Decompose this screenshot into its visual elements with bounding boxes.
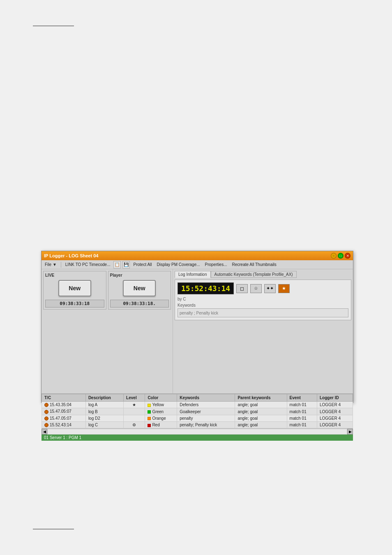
link-to-pc-button[interactable]: LINK TO PC Timecode... (64, 262, 112, 267)
cell-color: Red (145, 422, 177, 428)
window-title: IP Logger - LOG Sheet 04 (44, 253, 98, 258)
player-timecode: 09:38:33:18. (110, 300, 169, 308)
title-bar: IP Logger - LOG Sheet 04 − □ ✕ (42, 251, 353, 260)
cell-color: Yellow (145, 402, 177, 408)
cell-event: match 01 (287, 402, 317, 408)
toolbar-icon-copy[interactable]: 📋 (113, 261, 121, 268)
window-controls: − □ ✕ (331, 253, 350, 259)
scrollbar-track[interactable] (47, 429, 347, 435)
scroll-right-button[interactable]: ▶ (347, 429, 353, 435)
table-row[interactable]: 15.47.05:07 log D2 Orange penalty angle;… (42, 415, 353, 421)
cell-color: Orange (145, 415, 177, 421)
log-timecode: 15:52:43:14 (178, 282, 234, 294)
file-menu[interactable]: File ▼ (43, 262, 58, 267)
maximize-button[interactable]: □ (338, 253, 344, 259)
keywords-label: Keywords (178, 303, 348, 308)
table-row[interactable]: 15.43.35:04 log A ★ Yellow Defenders ang… (42, 402, 353, 408)
toolbar: File ▼ LINK TO PC Timecode... 📋 💾 Protec… (42, 260, 353, 269)
col-header-level: Level (124, 394, 145, 402)
status-bar: 01 Server 1 : PGM 1 (42, 434, 353, 441)
log-table: T/C Description Level Color Keywords Par… (42, 394, 353, 428)
cell-tc: 15.47.05:07 (42, 408, 86, 415)
cell-logger-id: LOGGER 4 (317, 415, 353, 421)
top-decorative-line (33, 25, 74, 26)
player-new-button[interactable]: New (123, 280, 156, 296)
cell-level (124, 408, 145, 415)
cell-tc: 15.43.35:04 (42, 402, 86, 408)
timecode-icon-btn-1[interactable]: ◻ (236, 284, 248, 293)
col-header-desc: Description (85, 394, 123, 402)
cell-parent-keywords: angle; goal (235, 408, 287, 415)
cell-keywords: Goalkeeper (177, 408, 235, 415)
live-player-row: LIVE New 09:38:33:18 Player New 09:38:33… (43, 271, 171, 310)
cell-keywords: penalty (177, 415, 235, 421)
live-label: LIVE (45, 273, 104, 278)
live-timecode: 09:38:33:18 (45, 300, 104, 308)
col-header-color: Color (145, 394, 177, 402)
recreate-thumbnails-button[interactable]: Recreate All Thumbnails (230, 262, 278, 267)
close-button[interactable]: ✕ (345, 253, 350, 259)
cell-keywords: Defenders (177, 402, 235, 408)
display-pm-coverage-button[interactable]: Display PM Coverage... (155, 262, 202, 267)
cell-event: match 01 (287, 408, 317, 415)
cell-event: match 01 (287, 422, 317, 428)
table-header-row: T/C Description Level Color Keywords Par… (42, 394, 353, 402)
cell-color: Green (145, 408, 177, 415)
star-btn-1[interactable]: ☆ (250, 284, 262, 293)
live-new-button[interactable]: New (58, 280, 91, 296)
status-text: 01 Server 1 : PGM 1 (44, 435, 81, 440)
cell-description: log D2 (85, 415, 123, 421)
cell-logger-id: LOGGER 4 (317, 422, 353, 428)
table-row[interactable]: 15.47.05:07 log B Green Goalkeeper angle… (42, 408, 353, 415)
cell-level: ★ (124, 402, 145, 408)
col-header-tc: T/C (42, 394, 86, 402)
player-label: Player (110, 273, 169, 278)
keywords-input[interactable] (178, 308, 348, 317)
star-btn-2[interactable]: ✦✦ (264, 284, 276, 293)
log-info-area: 15:52:43:14 ◻ ☆ ✦✦ ★ by C Keywords (175, 280, 351, 320)
properties-button[interactable]: Properties... (203, 262, 229, 267)
tab-log-information[interactable]: Log Information (175, 271, 211, 278)
live-section: LIVE New 09:38:33:18 (43, 271, 106, 310)
col-header-keywords: Keywords (177, 394, 235, 402)
cell-parent-keywords: angle; goal (235, 415, 287, 421)
scroll-left-button[interactable]: ◀ (42, 429, 47, 435)
timecode-row: 15:52:43:14 ◻ ☆ ✦✦ ★ (178, 282, 348, 294)
cell-logger-id: LOGGER 4 (317, 408, 353, 415)
col-header-event: Event (287, 394, 317, 402)
bottom-decorative-line (33, 529, 74, 530)
minimize-button[interactable]: − (331, 253, 337, 259)
col-header-parent-keywords: Parent keywords (235, 394, 287, 402)
cell-parent-keywords: angle; goal (235, 402, 287, 408)
cell-description: log A (85, 402, 123, 408)
left-panel: LIVE New 09:38:33:18 Player New 09:38:33… (42, 269, 173, 393)
cell-level: ⚙ (124, 422, 145, 428)
horizontal-scrollbar: ◀ ▶ (42, 428, 353, 434)
player-section: Player New 09:38:33:18. (108, 271, 171, 310)
cell-tc: 15.52.43:14 (42, 422, 86, 428)
tab-automatic-keywords[interactable]: Automatic Keywords (Template Profile_AX) (211, 271, 297, 278)
cell-description: log C (85, 422, 123, 428)
cell-keywords: penalty; Penalty kick (177, 422, 235, 428)
app-window: IP Logger - LOG Sheet 04 − □ ✕ File ▼ LI… (41, 251, 353, 403)
cell-logger-id: LOGGER 4 (317, 402, 353, 408)
toolbar-sep-1 (61, 262, 61, 268)
right-panel: Log Information Automatic Keywords (Temp… (173, 269, 353, 393)
by-c-label: by C (178, 297, 348, 301)
protect-all-button[interactable]: Protect All (131, 262, 153, 267)
star-btn-3[interactable]: ★ (278, 284, 290, 293)
col-header-logger-id: Logger ID (317, 394, 353, 402)
cell-parent-keywords: angle; goal (235, 422, 287, 428)
data-table-container: T/C Description Level Color Keywords Par… (42, 393, 353, 428)
toolbar-icon-save[interactable]: 💾 (122, 261, 130, 268)
main-content: LIVE New 09:38:33:18 Player New 09:38:33… (42, 269, 353, 393)
cell-description: log B (85, 408, 123, 415)
table-row[interactable]: 15.52.43:14 log C ⚙ Red penalty; Penalty… (42, 422, 353, 428)
cell-tc: 15.47.05:07 (42, 415, 86, 421)
cell-level (124, 415, 145, 421)
cell-event: match 01 (287, 415, 317, 421)
tabs-row: Log Information Automatic Keywords (Temp… (175, 271, 351, 278)
